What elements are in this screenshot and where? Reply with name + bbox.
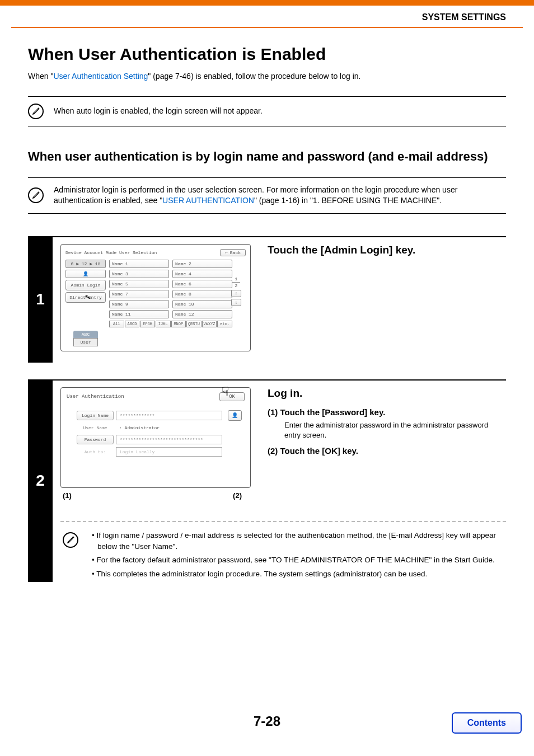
user-name-cell[interactable]: Name 12 (172, 310, 232, 318)
user-auth-setting-link[interactable]: User Authentication Setting (53, 72, 148, 81)
step1-heading: Touch the [Admin Login] key. (268, 244, 506, 256)
filter-tab[interactable]: IJKL (156, 321, 171, 327)
step-number: 2 (28, 379, 53, 582)
pencil-icon (28, 187, 44, 203)
note-bullet: If login name / password / e-mail addres… (92, 530, 504, 553)
filter-tab[interactable]: etc. (217, 321, 232, 327)
auth-panel-title: User Authentication (67, 394, 124, 400)
person-select-button[interactable]: 👤 (228, 410, 242, 421)
admin-login-button[interactable]: Admin Login (65, 280, 106, 290)
password-value: ******************************* (116, 435, 222, 444)
user-name-value: : Administrator (116, 424, 222, 432)
page-title: When User Authentication is Enabled (28, 45, 506, 64)
scroll-down-button[interactable]: ↓ (231, 299, 241, 306)
step-2: 2 ☟ User Authentication OK Login Name **… (28, 379, 506, 582)
note2-suffix: " (page 1-16) in "1. BEFORE USING THE MA… (254, 196, 442, 205)
filter-tab[interactable]: MNOP (171, 321, 186, 327)
dashed-separator (60, 521, 506, 522)
divider (232, 282, 240, 283)
callout-1: (1) (63, 491, 72, 500)
user-name-cell[interactable]: Name 9 (109, 300, 169, 308)
password-label[interactable]: Password (77, 435, 114, 444)
intro-suffix: " (page 7-46) is enabled, follow the pro… (148, 72, 360, 81)
user-name-cell[interactable]: Name 10 (172, 300, 232, 308)
user-name-cell[interactable]: Name 6 (172, 280, 232, 288)
step2-sub1-label: (1) Touch the [Password] key. (268, 407, 506, 417)
step-1: 1 Device Account Mode User Selection ← B… (28, 236, 506, 363)
step2-sub2-label: (2) Touch the [OK] key. (268, 446, 506, 456)
paging-indicator: 6 ▶ 12 ▶ 18 (65, 260, 106, 268)
header-section-title: SYSTEM SETTINGS (422, 12, 506, 22)
back-arrow-icon: ← (225, 250, 228, 255)
user-name-cell[interactable]: Name 8 (172, 290, 232, 298)
callout-2: (2) (233, 491, 242, 500)
user-name-cell[interactable]: Name 7 (109, 290, 169, 298)
note-text: Administrator login is performed in the … (54, 185, 506, 206)
person-icon-button[interactable]: 👤 (65, 270, 106, 278)
back-label: Back (230, 250, 241, 255)
note-bullet: This completes the administrator login p… (92, 569, 504, 580)
note-bullet: For the factory default administrator pa… (92, 555, 504, 566)
filter-tab[interactable]: ABCD (125, 321, 140, 327)
pencil-icon (63, 532, 78, 548)
filter-tab[interactable]: All (109, 321, 124, 327)
user-name-label: User Name (77, 424, 114, 432)
user-tab[interactable]: User (73, 338, 98, 346)
page-indicator-1: 1 (231, 276, 241, 281)
intro-paragraph: When "User Authentication Setting" (page… (28, 72, 506, 81)
contents-button[interactable]: Contents (452, 712, 522, 734)
filter-tab[interactable]: VWXYZ (202, 321, 217, 327)
filter-tab[interactable]: EFGH (140, 321, 155, 327)
auth-to-label: Auth to: (77, 448, 114, 456)
note-block-autologin: When auto login is enabled, the login sc… (28, 96, 506, 126)
auth-to-value: Login Locally (116, 447, 222, 457)
filter-tab[interactable]: QRSTU (186, 321, 202, 327)
step2-panel-image: ☟ User Authentication OK Login Name ****… (60, 381, 251, 511)
user-name-cell[interactable]: Name 5 (109, 280, 169, 288)
user-name-cell[interactable]: Name 11 (109, 310, 169, 318)
user-name-cell[interactable]: Name 4 (172, 270, 232, 278)
note-block-adminlogin: Administrator login is performed in the … (28, 177, 506, 214)
abc-tab[interactable]: ABC (73, 331, 98, 338)
subsection-title: When user authentication is by login nam… (28, 149, 506, 165)
step2-notes: If login name / password / e-mail addres… (60, 530, 506, 582)
login-name-label[interactable]: Login Name (77, 411, 114, 420)
login-name-value: ************* (116, 411, 222, 420)
user-name-cell[interactable]: Name 3 (109, 270, 169, 278)
scroll-up-button[interactable]: ↑ (231, 290, 241, 297)
hand-pointer-icon: ☟ (222, 384, 229, 400)
step-number: 1 (28, 236, 53, 363)
step2-heading: Log in. (268, 387, 506, 400)
note-text: When auto login is enabled, the login sc… (54, 106, 263, 117)
user-authentication-link[interactable]: USER AUTHENTICATION (162, 196, 254, 205)
user-name-cell[interactable]: Name 1 (109, 260, 169, 268)
step1-panel-image: Device Account Mode User Selection ← Bac… (60, 237, 251, 363)
back-button[interactable]: ← Back (220, 249, 246, 256)
user-name-cell[interactable]: Name 2 (172, 260, 232, 268)
step2-sub1-text: Enter the administrator password in the … (268, 420, 506, 440)
top-stripe (0, 0, 534, 6)
header-area: SYSTEM SETTINGS (11, 6, 523, 28)
panel-title: Device Account Mode User Selection (65, 250, 157, 255)
page-indicator-2: 2 (231, 283, 241, 288)
pencil-icon (28, 104, 44, 119)
intro-prefix: When " (28, 72, 53, 81)
